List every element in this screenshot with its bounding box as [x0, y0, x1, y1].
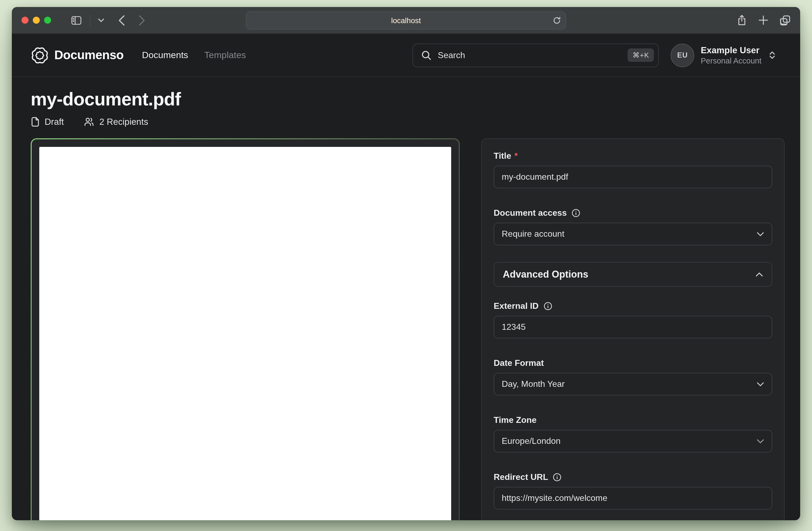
refresh-icon[interactable] — [553, 16, 561, 25]
documenso-logo-icon — [31, 46, 49, 64]
info-icon[interactable] — [571, 209, 580, 217]
redirect-url-label: Redirect URL — [494, 472, 772, 482]
browser-toolbar: localhost — [12, 7, 800, 34]
browser-window: localhost — [12, 7, 800, 520]
user-account-type: Personal Account — [701, 56, 762, 66]
chevrons-up-down-icon — [768, 51, 777, 60]
info-icon[interactable] — [543, 302, 552, 311]
users-icon — [83, 117, 95, 127]
nav-item-documents[interactable]: Documents — [142, 50, 188, 60]
document-preview-card — [31, 138, 460, 520]
status-text: Draft — [45, 117, 64, 127]
avatar: EU — [670, 43, 694, 67]
file-icon — [31, 117, 40, 127]
brand-name: Documenso — [54, 48, 124, 62]
timezone-select[interactable]: Europe/London — [494, 430, 772, 453]
advanced-options-toggle[interactable]: Advanced Options — [494, 262, 772, 287]
account-menu[interactable]: EU Example User Personal Account — [670, 43, 777, 67]
search-input[interactable]: Search ⌘+K — [412, 43, 659, 67]
document-settings-panel: Title* Document access — [481, 138, 785, 520]
recipients-text: 2 Recipients — [100, 117, 148, 127]
tab-overview-icon[interactable] — [780, 15, 791, 26]
search-icon — [421, 50, 432, 60]
page-title: my-document.pdf — [31, 89, 785, 110]
advanced-options-label: Advanced Options — [503, 269, 588, 280]
search-placeholder: Search — [438, 50, 465, 60]
recipients-badge: 2 Recipients — [83, 117, 148, 127]
title-field-label: Title* — [494, 151, 772, 161]
external-id-label: External ID — [494, 301, 772, 311]
document-preview-inner — [32, 139, 459, 520]
document-access-select[interactable]: Require account — [494, 223, 772, 245]
document-access-value: Require account — [502, 229, 564, 239]
status-badge: Draft — [31, 117, 64, 127]
title-input[interactable] — [502, 172, 764, 182]
main-content: my-document.pdf Draft — [12, 77, 800, 520]
document-access-label: Document access — [494, 208, 772, 218]
zoom-window-button[interactable] — [44, 17, 51, 24]
documenso-app: Documenso Documents Templates Search ⌘+K — [12, 34, 800, 520]
redirect-url-input[interactable] — [502, 493, 764, 503]
chevron-down-icon — [757, 439, 764, 444]
title-field — [494, 166, 772, 188]
share-icon[interactable] — [737, 15, 747, 26]
nav-item-templates[interactable]: Templates — [204, 50, 246, 60]
new-tab-icon[interactable] — [758, 15, 768, 25]
url-text: localhost — [391, 16, 421, 25]
desktop: localhost — [0, 0, 812, 531]
document-page-preview — [39, 147, 451, 520]
back-icon[interactable] — [118, 15, 125, 26]
address-bar[interactable]: localhost — [246, 11, 566, 30]
forward-icon[interactable] — [139, 15, 145, 26]
chevron-down-icon — [757, 232, 764, 236]
user-name: Example User — [701, 45, 762, 56]
external-id-field — [494, 316, 772, 339]
required-asterisk: * — [514, 151, 518, 161]
brand[interactable]: Documenso — [31, 46, 124, 64]
info-icon[interactable] — [553, 473, 562, 482]
minimize-window-button[interactable] — [33, 17, 40, 24]
traffic-lights — [21, 17, 51, 24]
main-nav: Documents Templates — [142, 50, 246, 60]
date-format-label: Date Format — [494, 358, 772, 368]
chevron-down-icon — [757, 382, 764, 387]
app-header: Documenso Documents Templates Search ⌘+K — [12, 34, 800, 77]
redirect-url-field — [494, 487, 772, 510]
close-window-button[interactable] — [21, 17, 29, 24]
sidebar-chevron-down-icon[interactable] — [98, 18, 104, 22]
date-format-select[interactable]: Day, Month Year — [494, 373, 772, 396]
document-meta: Draft 2 Recipients — [31, 117, 785, 127]
timezone-value: Europe/London — [502, 436, 561, 446]
external-id-input[interactable] — [502, 322, 764, 332]
toolbar-divider — [90, 14, 90, 26]
date-format-value: Day, Month Year — [502, 379, 565, 389]
search-shortcut-badge: ⌘+K — [628, 48, 654, 62]
sidebar-toggle-icon[interactable] — [70, 14, 82, 26]
timezone-label: Time Zone — [494, 415, 772, 425]
chevron-up-icon — [756, 272, 763, 277]
